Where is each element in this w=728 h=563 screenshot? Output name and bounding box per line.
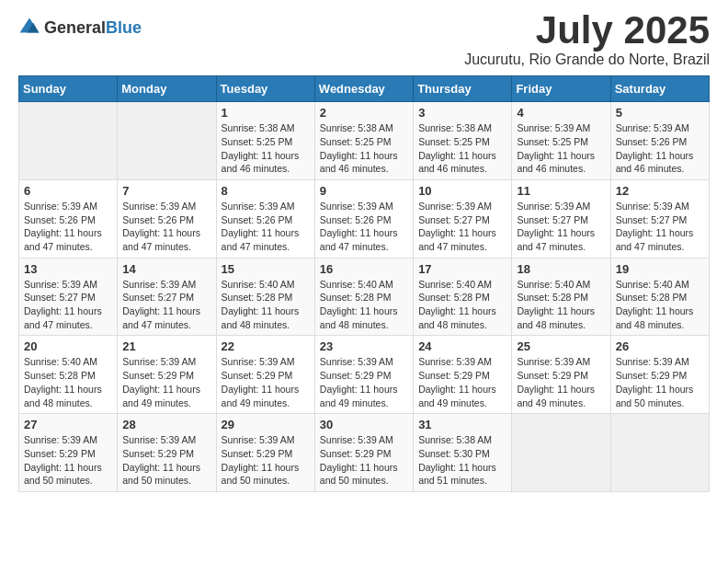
day-number: 31 bbox=[418, 418, 506, 431]
day-number: 14 bbox=[122, 262, 210, 276]
calendar-cell: 15Sunrise: 5:40 AM Sunset: 5:28 PM Dayli… bbox=[216, 258, 314, 336]
calendar-week-row: 6Sunrise: 5:39 AM Sunset: 5:26 PM Daylig… bbox=[19, 179, 710, 258]
weekday-header: Sunday bbox=[19, 76, 118, 102]
calendar-cell: 28Sunrise: 5:39 AM Sunset: 5:29 PM Dayli… bbox=[118, 414, 216, 492]
day-number: 2 bbox=[320, 106, 408, 120]
day-info: Sunrise: 5:40 AM Sunset: 5:28 PM Dayligh… bbox=[222, 278, 310, 332]
day-info: Sunrise: 5:38 AM Sunset: 5:25 PM Dayligh… bbox=[418, 121, 506, 176]
day-info: Sunrise: 5:39 AM Sunset: 5:27 PM Dayligh… bbox=[24, 278, 112, 332]
calendar-week-row: 27Sunrise: 5:39 AM Sunset: 5:29 PM Dayli… bbox=[19, 414, 710, 492]
day-number: 15 bbox=[222, 262, 310, 276]
logo-blue: Blue bbox=[106, 18, 142, 37]
day-info: Sunrise: 5:39 AM Sunset: 5:29 PM Dayligh… bbox=[122, 355, 210, 409]
calendar-cell: 25Sunrise: 5:39 AM Sunset: 5:29 PM Dayli… bbox=[512, 336, 610, 414]
calendar-cell bbox=[118, 102, 216, 180]
weekday-header: Tuesday bbox=[216, 76, 314, 102]
day-info: Sunrise: 5:40 AM Sunset: 5:28 PM Dayligh… bbox=[517, 278, 605, 332]
day-number: 23 bbox=[320, 339, 408, 353]
calendar-cell bbox=[512, 414, 610, 492]
day-info: Sunrise: 5:39 AM Sunset: 5:29 PM Dayligh… bbox=[222, 355, 310, 409]
calendar-cell: 21Sunrise: 5:39 AM Sunset: 5:29 PM Dayli… bbox=[118, 336, 216, 414]
day-number: 10 bbox=[418, 184, 506, 198]
day-info: Sunrise: 5:40 AM Sunset: 5:28 PM Dayligh… bbox=[616, 278, 704, 332]
calendar-cell: 10Sunrise: 5:39 AM Sunset: 5:27 PM Dayli… bbox=[414, 179, 512, 258]
day-info: Sunrise: 5:39 AM Sunset: 5:27 PM Dayligh… bbox=[616, 200, 704, 254]
day-number: 25 bbox=[517, 339, 605, 353]
day-info: Sunrise: 5:39 AM Sunset: 5:27 PM Dayligh… bbox=[122, 278, 210, 332]
calendar-cell: 24Sunrise: 5:39 AM Sunset: 5:29 PM Dayli… bbox=[414, 336, 512, 414]
day-number: 12 bbox=[616, 184, 704, 198]
day-number: 11 bbox=[517, 184, 605, 198]
calendar-cell: 9Sunrise: 5:39 AM Sunset: 5:26 PM Daylig… bbox=[314, 179, 413, 258]
day-info: Sunrise: 5:39 AM Sunset: 5:29 PM Dayligh… bbox=[418, 355, 506, 409]
calendar-cell bbox=[610, 414, 709, 492]
day-number: 18 bbox=[517, 262, 605, 276]
calendar-cell: 16Sunrise: 5:40 AM Sunset: 5:28 PM Dayli… bbox=[314, 258, 413, 336]
calendar-cell: 14Sunrise: 5:39 AM Sunset: 5:27 PM Dayli… bbox=[118, 258, 216, 336]
day-number: 1 bbox=[222, 106, 310, 120]
calendar-cell: 6Sunrise: 5:39 AM Sunset: 5:26 PM Daylig… bbox=[19, 179, 118, 258]
day-number: 20 bbox=[24, 339, 112, 353]
calendar-cell: 13Sunrise: 5:39 AM Sunset: 5:27 PM Dayli… bbox=[19, 258, 118, 336]
calendar-table: SundayMondayTuesdayWednesdayThursdayFrid… bbox=[18, 75, 710, 492]
calendar-cell: 19Sunrise: 5:40 AM Sunset: 5:28 PM Dayli… bbox=[610, 258, 709, 336]
day-info: Sunrise: 5:39 AM Sunset: 5:29 PM Dayligh… bbox=[320, 355, 408, 409]
day-number: 26 bbox=[616, 339, 704, 353]
page-header: GeneralBlue July 2025 Jucurutu, Rio Gran… bbox=[18, 9, 710, 68]
weekday-header: Saturday bbox=[610, 76, 709, 102]
day-number: 19 bbox=[616, 262, 704, 276]
day-number: 22 bbox=[222, 339, 310, 353]
calendar-cell bbox=[19, 102, 118, 180]
day-info: Sunrise: 5:39 AM Sunset: 5:26 PM Dayligh… bbox=[616, 121, 704, 176]
day-info: Sunrise: 5:38 AM Sunset: 5:25 PM Dayligh… bbox=[320, 121, 408, 176]
day-info: Sunrise: 5:39 AM Sunset: 5:25 PM Dayligh… bbox=[517, 121, 605, 176]
calendar-cell: 1Sunrise: 5:38 AM Sunset: 5:25 PM Daylig… bbox=[216, 102, 314, 180]
location-title: Jucurutu, Rio Grande do Norte, Brazil bbox=[464, 52, 710, 68]
calendar-cell: 7Sunrise: 5:39 AM Sunset: 5:26 PM Daylig… bbox=[118, 179, 216, 258]
day-info: Sunrise: 5:39 AM Sunset: 5:29 PM Dayligh… bbox=[616, 355, 704, 409]
day-number: 28 bbox=[122, 418, 210, 431]
day-number: 24 bbox=[418, 339, 506, 353]
day-number: 13 bbox=[24, 262, 112, 276]
day-number: 21 bbox=[122, 339, 210, 353]
day-info: Sunrise: 5:39 AM Sunset: 5:27 PM Dayligh… bbox=[517, 200, 605, 254]
calendar-cell: 29Sunrise: 5:39 AM Sunset: 5:29 PM Dayli… bbox=[216, 414, 314, 492]
day-info: Sunrise: 5:39 AM Sunset: 5:29 PM Dayligh… bbox=[222, 433, 310, 488]
day-info: Sunrise: 5:39 AM Sunset: 5:29 PM Dayligh… bbox=[122, 433, 210, 488]
logo-text: GeneralBlue bbox=[44, 19, 142, 37]
weekday-header: Friday bbox=[512, 76, 610, 102]
calendar-week-row: 1Sunrise: 5:38 AM Sunset: 5:25 PM Daylig… bbox=[19, 102, 710, 180]
day-info: Sunrise: 5:39 AM Sunset: 5:29 PM Dayligh… bbox=[24, 433, 112, 488]
day-number: 6 bbox=[24, 184, 112, 198]
calendar-cell: 31Sunrise: 5:38 AM Sunset: 5:30 PM Dayli… bbox=[414, 414, 512, 492]
weekday-header: Wednesday bbox=[314, 76, 413, 102]
calendar-cell: 3Sunrise: 5:38 AM Sunset: 5:25 PM Daylig… bbox=[414, 102, 512, 180]
day-number: 3 bbox=[418, 106, 506, 120]
day-number: 8 bbox=[222, 184, 310, 198]
day-info: Sunrise: 5:39 AM Sunset: 5:29 PM Dayligh… bbox=[517, 355, 605, 409]
day-number: 4 bbox=[517, 106, 605, 120]
day-info: Sunrise: 5:40 AM Sunset: 5:28 PM Dayligh… bbox=[24, 355, 112, 409]
day-number: 16 bbox=[320, 262, 408, 276]
day-info: Sunrise: 5:39 AM Sunset: 5:26 PM Dayligh… bbox=[222, 200, 310, 254]
calendar-cell: 2Sunrise: 5:38 AM Sunset: 5:25 PM Daylig… bbox=[314, 102, 413, 180]
logo: GeneralBlue bbox=[18, 17, 142, 39]
day-info: Sunrise: 5:39 AM Sunset: 5:27 PM Dayligh… bbox=[418, 200, 506, 254]
calendar-cell: 26Sunrise: 5:39 AM Sunset: 5:29 PM Dayli… bbox=[610, 336, 709, 414]
day-info: Sunrise: 5:40 AM Sunset: 5:28 PM Dayligh… bbox=[320, 278, 408, 332]
calendar-cell: 27Sunrise: 5:39 AM Sunset: 5:29 PM Dayli… bbox=[19, 414, 118, 492]
day-info: Sunrise: 5:39 AM Sunset: 5:26 PM Dayligh… bbox=[320, 200, 408, 254]
day-info: Sunrise: 5:40 AM Sunset: 5:28 PM Dayligh… bbox=[418, 278, 506, 332]
calendar-cell: 17Sunrise: 5:40 AM Sunset: 5:28 PM Dayli… bbox=[414, 258, 512, 336]
day-number: 7 bbox=[122, 184, 210, 198]
day-info: Sunrise: 5:38 AM Sunset: 5:25 PM Dayligh… bbox=[222, 121, 310, 176]
calendar-week-row: 13Sunrise: 5:39 AM Sunset: 5:27 PM Dayli… bbox=[19, 258, 710, 336]
day-number: 30 bbox=[320, 418, 408, 431]
weekday-header-row: SundayMondayTuesdayWednesdayThursdayFrid… bbox=[19, 76, 710, 102]
day-number: 29 bbox=[222, 418, 310, 431]
calendar-cell: 4Sunrise: 5:39 AM Sunset: 5:25 PM Daylig… bbox=[512, 102, 610, 180]
calendar-cell: 22Sunrise: 5:39 AM Sunset: 5:29 PM Dayli… bbox=[216, 336, 314, 414]
day-number: 9 bbox=[320, 184, 408, 198]
month-title: July 2025 bbox=[464, 9, 710, 52]
calendar-cell: 20Sunrise: 5:40 AM Sunset: 5:28 PM Dayli… bbox=[19, 336, 118, 414]
